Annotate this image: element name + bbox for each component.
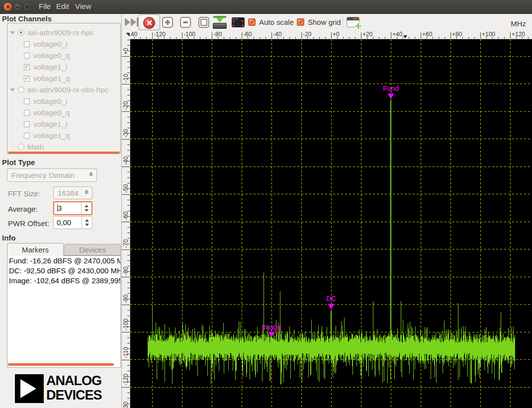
spin-arrows-icon[interactable] <box>81 202 91 214</box>
channel-row[interactable]: voltage1_i <box>7 62 120 73</box>
channel-checkbox[interactable] <box>24 121 30 127</box>
y-minor-tick <box>127 365 130 366</box>
channel-row[interactable]: voltage1_q <box>7 130 120 141</box>
spectrum-plot[interactable]: FundDCImage <box>130 39 532 408</box>
channel-checkbox[interactable] <box>24 53 30 59</box>
stop-capture-button[interactable] <box>138 14 160 30</box>
fullscreen-button[interactable] <box>232 17 245 27</box>
channel-device-row[interactable]: Math <box>7 142 120 153</box>
channel-device-row[interactable]: axi-adrv9009-rx-hpc <box>7 27 120 38</box>
x-tick-label: 40 <box>131 31 137 38</box>
x-tick-label: -20 <box>303 31 311 38</box>
x-minor-tick <box>146 37 147 39</box>
x-major-tick <box>152 32 153 39</box>
pwr-offset-spinbox[interactable]: 0,00 <box>53 216 92 229</box>
auto-scale-checkbox[interactable] <box>248 18 256 26</box>
new-plot-window-button[interactable] <box>347 17 359 27</box>
channel-row[interactable]: voltage0_q <box>7 50 120 61</box>
y-major-tick <box>122 332 130 332</box>
x-minor-tick <box>355 37 355 39</box>
zoom-fit-button[interactable] <box>198 17 209 28</box>
x-major-tick <box>242 32 242 39</box>
tab-devices[interactable]: Devices <box>64 244 121 255</box>
channel-label: voltage1_q <box>33 131 70 140</box>
channel-row[interactable]: voltage1_q <box>7 73 120 84</box>
menu-view[interactable]: View <box>75 2 91 10</box>
y-major-tick <box>122 84 130 84</box>
y-tick-label: -60 <box>122 212 129 220</box>
save-capture-button[interactable] <box>213 16 227 29</box>
x-minor-tick <box>289 37 290 39</box>
show-grid-label[interactable]: Show grid <box>308 18 341 26</box>
x-minor-tick <box>462 37 463 39</box>
y-minor-tick <box>127 156 130 156</box>
chevron-updown-icon <box>89 171 93 177</box>
marker-readout-panel[interactable]: Fund: -16,26 dBFS @ 2470,005 MHz DC: -92… <box>7 255 121 368</box>
average-value: 3 <box>58 204 62 212</box>
plot-type-select[interactable]: Frequency Domain <box>7 168 97 182</box>
y-minor-tick <box>127 211 130 211</box>
x-minor-tick <box>140 37 141 39</box>
expander-icon[interactable] <box>10 31 15 34</box>
spin-arrows-icon[interactable] <box>82 217 92 229</box>
capture-play-icon[interactable] <box>125 18 139 26</box>
expander-icon[interactable] <box>10 88 15 91</box>
window-minimize-button[interactable] <box>13 2 22 11</box>
channel-label: voltage0_i <box>33 97 67 105</box>
average-spinbox[interactable]: 3 <box>53 201 92 215</box>
y-minor-tick <box>127 183 130 183</box>
channel-row[interactable]: voltage0_i <box>7 39 120 50</box>
magnitude-ruler: +0-10-20-30-40-50-60-70-80-90-100-110-12… <box>122 39 130 408</box>
tree-horizontal-scrollbar[interactable] <box>8 152 120 154</box>
x-minor-tick <box>313 37 314 39</box>
info-horizontal-scrollbar[interactable] <box>8 363 114 366</box>
channel-device-row[interactable]: axi-adrv9009-rx-obs-hpc <box>7 84 120 95</box>
x-minor-tick <box>409 37 409 39</box>
x-minor-tick <box>349 37 350 39</box>
menu-file[interactable]: File <box>39 2 51 10</box>
zoom-out-button[interactable] <box>180 17 191 28</box>
x-major-tick <box>510 32 511 39</box>
y-tick-label: -90 <box>122 294 129 303</box>
tab-markers[interactable]: Markers <box>7 243 64 256</box>
device-label: axi-adrv9009-rx-hpc <box>27 28 93 37</box>
y-tick-label: -10 <box>122 74 129 82</box>
channel-row[interactable]: voltage0_q <box>7 107 120 118</box>
channel-label: voltage1_i <box>33 120 67 128</box>
y-minor-tick <box>127 282 130 283</box>
x-major-tick <box>480 32 481 39</box>
channel-checkbox[interactable] <box>24 64 30 70</box>
y-major-tick <box>122 194 130 195</box>
window-close-button[interactable] <box>3 2 12 11</box>
device-radio[interactable] <box>18 29 24 36</box>
x-minor-tick <box>206 37 206 39</box>
show-grid-checkbox[interactable] <box>297 18 304 26</box>
plus-icon <box>355 23 361 29</box>
y-minor-tick <box>127 40 130 40</box>
auto-scale-label[interactable]: Auto scale <box>259 18 294 26</box>
y-minor-tick <box>127 255 130 255</box>
x-minor-tick <box>260 37 260 39</box>
x-minor-tick <box>468 37 469 39</box>
channel-row[interactable]: voltage0_i <box>7 96 120 107</box>
channel-checkbox[interactable] <box>24 133 30 139</box>
channel-row[interactable]: voltage1_i <box>7 119 120 130</box>
menu-edit[interactable]: Edit <box>56 2 69 10</box>
x-major-tick <box>182 32 182 39</box>
marker-label: Fund <box>383 84 399 92</box>
x-minor-tick <box>200 37 200 39</box>
marker-readout-fund: Fund: -16,26 dBFS @ 2470,005 MHz <box>7 256 120 266</box>
channel-checkbox[interactable] <box>24 76 30 82</box>
x-minor-tick <box>444 37 445 39</box>
y-minor-tick <box>127 73 130 73</box>
device-radio[interactable] <box>18 86 24 93</box>
fft-size-select[interactable]: 16384 <box>53 186 92 199</box>
y-minor-tick <box>127 293 130 294</box>
window-maximize-button[interactable] <box>23 2 31 11</box>
channel-checkbox[interactable] <box>24 110 30 116</box>
device-radio[interactable] <box>18 144 24 150</box>
channel-checkbox[interactable] <box>24 98 30 104</box>
channel-checkbox[interactable] <box>24 41 30 47</box>
y-tick-label: -30 <box>122 129 129 137</box>
zoom-in-button[interactable] <box>162 17 173 28</box>
